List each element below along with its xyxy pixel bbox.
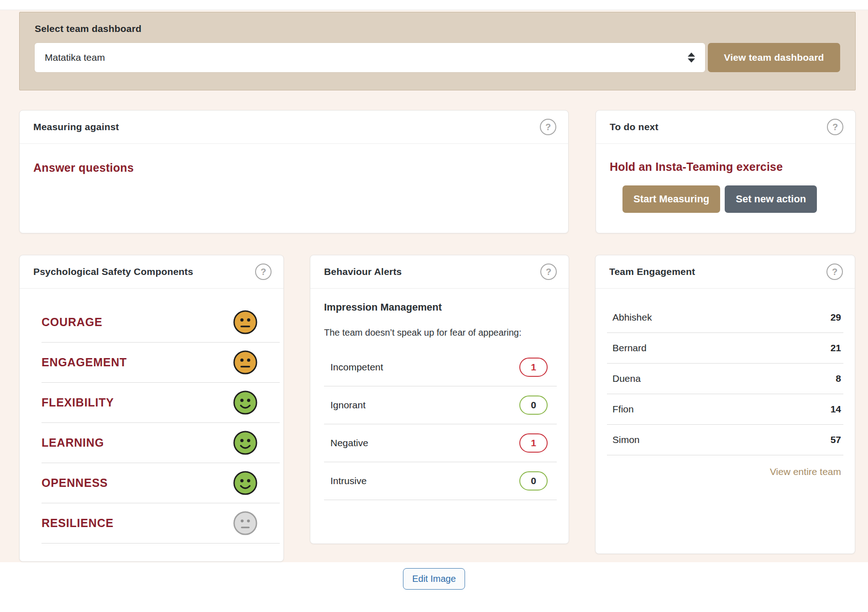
dashboard-row-2: Psychological Safety Components ? COURAG… [19,255,856,562]
happy-face-green-icon [233,390,258,415]
member-score: 29 [831,312,841,323]
psych-safety-row: LEARNING [42,423,280,463]
to-do-next-buttons: Start Measuring Set new action [622,185,842,213]
set-new-action-button[interactable]: Set new action [725,185,817,213]
browser-chrome-strip [0,0,868,10]
happy-face-green-icon [233,470,258,496]
to-do-next-header: To do next ? [596,111,855,144]
team-select-panel: Select team dashboard Matatika team View… [19,12,856,90]
help-icon[interactable]: ? [827,119,843,135]
behaviour-alerts-header: Behaviour Alerts ? [310,255,569,289]
team-engagement-card: Team Engagement ? Abhishek 29 Bernard 21… [595,255,855,554]
start-measuring-button[interactable]: Start Measuring [622,185,720,213]
team-select-label: Select team dashboard [35,23,840,34]
behaviour-label-incompetent: Incompetent [330,362,383,373]
behaviour-alert-row: Intrusive 0 [324,462,557,500]
neutral-face-gray-icon [233,511,258,536]
behaviour-alerts-body: Impression Management The team doesn’t s… [310,289,569,500]
help-icon[interactable]: ? [255,264,272,280]
view-entire-team-link[interactable]: View entire team [770,466,841,477]
member-score: 8 [836,373,841,384]
answer-questions-link[interactable]: Answer questions [33,161,134,174]
psych-safety-list: COURAGE ENGAGEMENT F [42,302,280,543]
psych-safety-row: RESILIENCE [42,503,280,543]
member-name: Ffion [612,404,634,415]
alert-count-badge: 1 [519,433,548,453]
measuring-against-card: Measuring against ? Answer questions [19,110,569,233]
member-score: 14 [831,404,841,415]
neutral-face-amber-icon [233,350,258,375]
edit-image-button[interactable]: Edit Image [403,568,465,590]
team-select-row: Matatika team View team dashboard [35,43,840,72]
team-member-row: Ffion 14 [607,394,843,425]
page-footer: Edit Image [0,562,868,612]
team-select-value: Matatika team [45,52,105,63]
select-updown-icon [688,53,695,63]
team-member-row: Simon 57 [607,425,843,455]
team-member-row: Bernard 21 [607,333,843,364]
team-engagement-list: Abhishek 29 Bernard 21 Duena 8 Ffion 14 … [607,302,843,477]
happy-face-green-icon [233,430,258,455]
behaviour-alert-row: Ignorant 0 [324,386,557,424]
member-score: 21 [831,343,841,353]
behaviour-alert-row: Negative 1 [324,424,557,462]
impression-management-heading: Impression Management [324,301,557,313]
psych-component-engagement-link[interactable]: ENGAGEMENT [42,356,127,369]
member-score: 57 [831,434,841,445]
help-icon[interactable]: ? [540,264,557,280]
psych-component-learning-link[interactable]: LEARNING [42,436,104,449]
behaviour-alerts-description: The team doesn’t speak up for fear of ap… [324,324,525,341]
member-name: Simon [612,434,640,445]
neutral-face-amber-icon [233,310,258,335]
member-name: Abhishek [612,312,652,323]
member-name: Duena [612,373,641,384]
psych-safety-row: FLEXIBILITY [42,383,280,423]
psych-safety-row: ENGAGEMENT [42,343,280,383]
team-member-row: Duena 8 [607,364,843,394]
psych-safety-card: Psychological Safety Components ? COURAG… [19,255,284,562]
help-icon[interactable]: ? [540,119,556,135]
psych-safety-row: OPENNESS [42,463,280,503]
measuring-against-title: Measuring against [33,121,119,132]
to-do-next-body: Hold an Insta-Teaming exercise Start Mea… [596,144,855,213]
ok-count-badge: 0 [519,471,548,491]
alert-count-badge: 1 [519,358,548,377]
psych-component-resilience-link[interactable]: RESILIENCE [42,517,114,530]
team-engagement-header: Team Engagement ? [596,255,855,289]
member-name: Bernard [612,343,647,353]
insta-teaming-heading: Hold an Insta-Teaming exercise [610,160,842,174]
psych-safety-header: Psychological Safety Components ? [20,255,283,289]
behaviour-label-intrusive: Intrusive [330,475,366,486]
measuring-against-header: Measuring against ? [20,111,568,144]
behaviour-alerts-list: Incompetent 1 Ignorant 0 Negative 1 Intr… [324,348,557,500]
behaviour-alerts-title: Behaviour Alerts [324,266,402,277]
psych-component-flexibility-link[interactable]: FLEXIBILITY [42,396,114,409]
team-engagement-footer: View entire team [607,455,843,477]
behaviour-label-ignorant: Ignorant [330,400,366,411]
help-icon[interactable]: ? [826,264,843,280]
measuring-against-body: Answer questions [20,144,568,192]
team-engagement-title: Team Engagement [609,266,695,277]
psych-safety-title: Psychological Safety Components [33,266,193,277]
behaviour-alert-row: Incompetent 1 [324,348,557,386]
psych-safety-row: COURAGE [42,302,280,343]
behaviour-label-negative: Negative [330,438,368,448]
psych-component-courage-link[interactable]: COURAGE [42,316,102,329]
dashboard-row-1: Measuring against ? Answer questions To … [19,110,856,233]
ok-count-badge: 0 [519,396,548,415]
dashboard-page: Select team dashboard Matatika team View… [0,10,868,562]
team-select-dropdown[interactable]: Matatika team [35,43,705,72]
team-member-row: Abhishek 29 [607,302,843,333]
to-do-next-card: To do next ? Hold an Insta-Teaming exerc… [596,110,856,233]
psych-component-openness-link[interactable]: OPENNESS [42,476,108,490]
behaviour-alerts-card: Behaviour Alerts ? Impression Management… [310,255,569,544]
to-do-next-title: To do next [610,121,659,132]
view-team-dashboard-button[interactable]: View team dashboard [708,43,840,72]
